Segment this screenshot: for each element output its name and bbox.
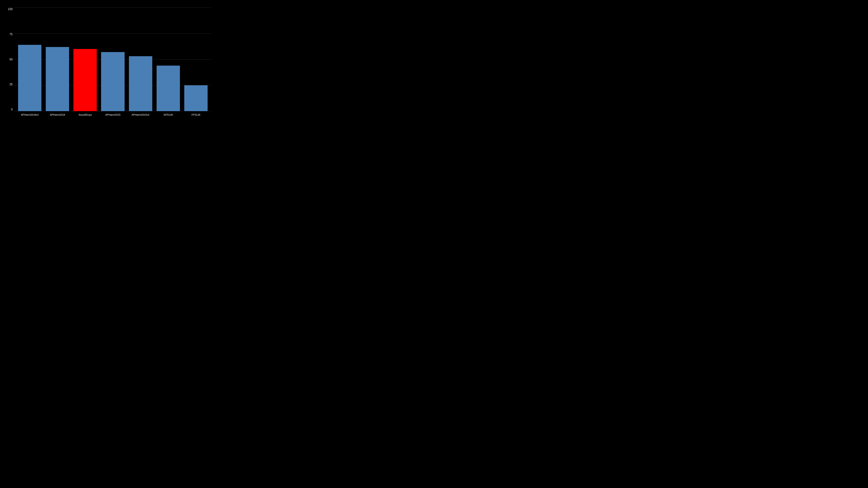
x-label-soundguys: SoundGuys bbox=[79, 113, 92, 116]
x-label-apharm2018: APHarm2018 bbox=[50, 113, 65, 116]
x-label-group: APHarm2018 bbox=[43, 111, 71, 119]
x-label-ff5128: FF5128 bbox=[191, 113, 200, 116]
bar-group bbox=[182, 8, 210, 111]
bar-apharm2018v2 bbox=[18, 45, 41, 111]
bar-group bbox=[99, 8, 127, 111]
x-label-group: APHarm2018v2 bbox=[16, 111, 43, 119]
chart-area: 1007550250 APHarm2018v2APHarm2018SoundGu… bbox=[5, 8, 212, 119]
y-axis-label: 75 bbox=[9, 33, 14, 36]
bar-apharm2015 bbox=[101, 52, 124, 111]
x-label-group: APHarm2015 bbox=[99, 111, 127, 119]
y-axis-label: 50 bbox=[9, 58, 14, 61]
x-label-apharm2018v2: APHarm2018v2 bbox=[21, 113, 39, 116]
bar-apharm2018 bbox=[46, 47, 69, 111]
bars-row bbox=[14, 8, 212, 111]
bar-ff5128 bbox=[184, 85, 208, 111]
x-label-group: FF5128 bbox=[182, 111, 210, 119]
y-axis-label: 25 bbox=[9, 83, 14, 86]
x-label-apharm2015: APHarm2015 bbox=[105, 113, 120, 116]
bar-group bbox=[16, 8, 43, 111]
chart-container: 1007550250 APHarm2018v2APHarm2018SoundGu… bbox=[0, 0, 217, 122]
bar-group bbox=[127, 8, 154, 111]
y-axis-label: 0 bbox=[11, 108, 14, 111]
x-label-df5128: DF5128 bbox=[164, 113, 173, 116]
bar-soundguys bbox=[73, 49, 97, 111]
x-labels: APHarm2018v2APHarm2018SoundGuysAPHarm201… bbox=[14, 111, 212, 119]
y-axis-label: 100 bbox=[8, 8, 14, 11]
bar-df5128 bbox=[157, 66, 180, 111]
y-axis: 1007550250 bbox=[5, 8, 14, 119]
bar-apharm2015v2 bbox=[129, 56, 152, 111]
x-label-group: DF5128 bbox=[154, 111, 182, 119]
x-label-group: APHarm2015v2 bbox=[127, 111, 154, 119]
bar-group bbox=[154, 8, 182, 111]
x-label-apharm2015v2: APHarm2015v2 bbox=[132, 113, 150, 116]
plot-area: APHarm2018v2APHarm2018SoundGuysAPHarm201… bbox=[14, 8, 212, 119]
bars-and-grid bbox=[14, 8, 212, 111]
x-label-group: SoundGuys bbox=[71, 111, 99, 119]
bar-group bbox=[43, 8, 71, 111]
bar-group bbox=[71, 8, 99, 111]
